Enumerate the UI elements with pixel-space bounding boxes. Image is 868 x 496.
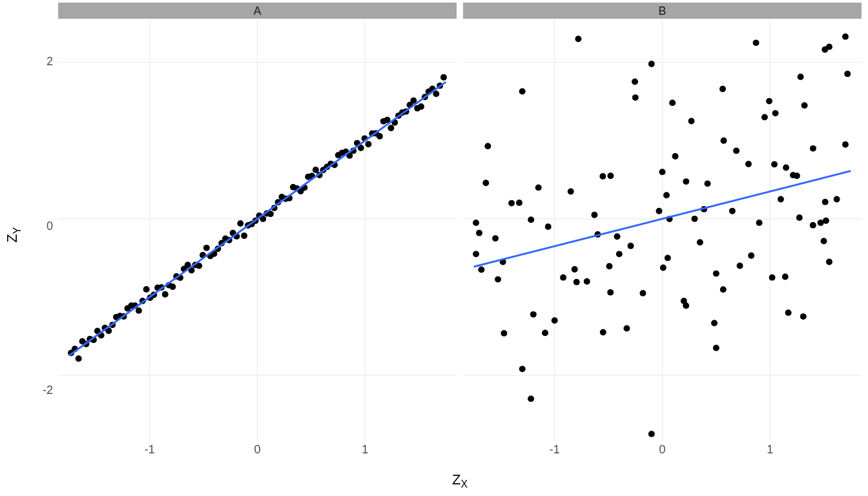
x-tick-label: -1 [145, 443, 155, 457]
svg-point-187 [720, 286, 727, 293]
svg-point-207 [822, 199, 829, 205]
svg-point-176 [823, 218, 829, 224]
svg-point-155 [778, 196, 784, 203]
svg-point-189 [669, 99, 676, 106]
svg-point-120 [519, 88, 526, 94]
svg-point-156 [785, 309, 792, 316]
svg-point-119 [508, 200, 515, 207]
svg-point-42 [203, 245, 210, 251]
svg-point-131 [600, 329, 606, 335]
panel-a-svg [58, 19, 457, 442]
svg-point-168 [659, 169, 666, 175]
svg-point-33 [169, 284, 176, 290]
gridlines [58, 19, 457, 442]
svg-point-26 [143, 286, 150, 293]
svg-point-200 [495, 276, 501, 283]
svg-point-141 [672, 153, 679, 160]
svg-point-172 [798, 74, 804, 80]
svg-point-129 [584, 278, 590, 285]
svg-point-204 [790, 172, 796, 178]
x-ticks-a: -101 [58, 442, 457, 456]
svg-point-196 [572, 266, 578, 273]
svg-point-211 [822, 46, 828, 53]
svg-point-165 [842, 141, 849, 148]
svg-point-197 [628, 243, 634, 249]
svg-point-135 [632, 94, 639, 101]
svg-point-132 [607, 172, 614, 179]
svg-point-148 [721, 138, 727, 144]
svg-point-123 [535, 184, 542, 191]
svg-point-199 [542, 329, 548, 336]
svg-point-116 [484, 143, 491, 149]
y-tick-label: -2 [43, 384, 53, 397]
svg-point-113 [473, 251, 479, 257]
svg-point-130 [591, 212, 597, 218]
svg-point-163 [834, 196, 840, 203]
svg-point-125 [552, 317, 558, 324]
svg-point-126 [560, 274, 566, 281]
facet-label: B [658, 5, 666, 18]
svg-point-212 [783, 165, 789, 171]
svg-point-52 [241, 232, 247, 239]
svg-point-166 [476, 230, 482, 236]
svg-point-169 [692, 216, 698, 222]
svg-point-210 [528, 216, 534, 223]
svg-point-31 [162, 291, 169, 298]
x-axis-title: ZX [58, 471, 862, 496]
svg-point-121 [519, 366, 526, 372]
svg-point-88 [377, 133, 383, 140]
y-axis-subscript: Y [12, 227, 23, 234]
x-tick-label: 1 [362, 443, 368, 457]
panel-b-svg [463, 19, 862, 442]
facet-strip: A [58, 3, 457, 19]
svg-point-128 [575, 36, 581, 42]
svg-point-114 [473, 220, 479, 226]
points-b [473, 34, 851, 437]
svg-point-180 [800, 313, 807, 320]
panel-b-wrap [463, 19, 862, 442]
svg-point-145 [705, 180, 711, 187]
svg-point-153 [761, 114, 768, 120]
svg-point-143 [688, 118, 695, 124]
svg-point-51 [237, 220, 243, 227]
faceted-scatter-figure: ZY 2 0 -2 A -101 [0, 0, 868, 496]
svg-point-134 [623, 325, 630, 331]
y-axis-ticks: 2 0 -2 [26, 0, 56, 496]
facet-b: B -101 [463, 3, 862, 456]
svg-point-158 [801, 102, 808, 108]
svg-point-136 [640, 290, 646, 296]
svg-point-206 [771, 161, 778, 167]
panel-b [463, 19, 862, 442]
svg-point-117 [492, 235, 499, 242]
x-ticks-b: -101 [463, 442, 862, 456]
svg-point-205 [719, 86, 726, 92]
x-tick-label: 1 [767, 443, 773, 457]
x-tick-label: -1 [550, 443, 560, 457]
svg-point-173 [632, 78, 638, 85]
svg-point-174 [482, 180, 489, 186]
x-tick-label: 0 [254, 443, 260, 457]
svg-point-71 [313, 167, 319, 173]
svg-point-137 [648, 61, 655, 67]
y-tick-label: 2 [46, 55, 53, 68]
facet-a: A -101 [58, 3, 457, 456]
svg-point-183 [844, 70, 851, 77]
svg-point-159 [810, 145, 816, 152]
gridlines [463, 19, 862, 442]
svg-point-201 [683, 302, 689, 309]
svg-point-202 [599, 173, 606, 180]
svg-point-192 [683, 178, 689, 185]
x-axis-subscript: X [460, 479, 468, 490]
svg-point-127 [568, 188, 574, 194]
svg-point-151 [745, 161, 752, 167]
svg-point-140 [665, 254, 671, 261]
svg-point-184 [614, 233, 621, 240]
svg-point-146 [713, 345, 719, 351]
svg-point-171 [772, 110, 779, 116]
svg-point-154 [769, 274, 776, 281]
svg-point-138 [648, 431, 655, 437]
panel-a [58, 19, 457, 442]
panel-a-wrap [58, 19, 457, 442]
svg-point-162 [826, 258, 832, 265]
svg-point-203 [810, 222, 816, 229]
